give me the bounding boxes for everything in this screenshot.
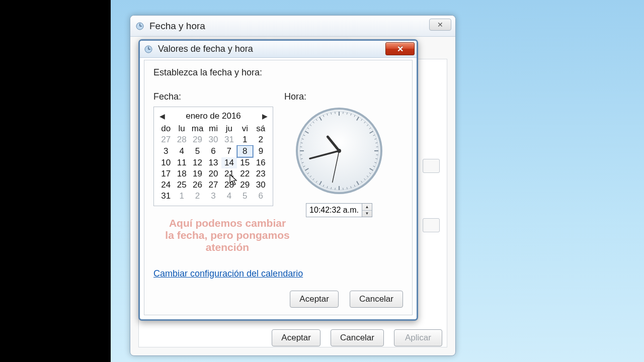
calendar-day[interactable]: 14 (221, 157, 237, 169)
time-section-label: Hora: (284, 92, 306, 102)
child-titlebar[interactable]: Valores de fecha y hora ✕ (140, 41, 417, 58)
calendar-day[interactable]: 7 (221, 146, 237, 157)
calendar-day[interactable]: 2 (253, 134, 269, 146)
calendar-weekday: do (158, 123, 174, 134)
parent-ok-button[interactable]: Aceptar (272, 329, 320, 346)
time-spinner[interactable]: ▲ ▼ (362, 203, 372, 217)
calendar-day[interactable]: 20 (205, 168, 221, 179)
calendar-day[interactable]: 29 (237, 179, 253, 191)
calendar-day[interactable]: 18 (174, 168, 189, 179)
calendar-weekday: lu (174, 123, 189, 134)
calendar-day[interactable]: 2 (190, 191, 205, 202)
calendar-day[interactable]: 16 (253, 157, 269, 169)
calendar-weekday: vi (237, 123, 253, 134)
calendar-day[interactable]: 15 (237, 157, 253, 169)
parent-title: Fecha y hora (149, 21, 205, 32)
calendar-weekday: ma (190, 123, 205, 134)
calendar-day[interactable]: 17 (158, 168, 174, 179)
spinner-down-icon[interactable]: ▼ (362, 211, 372, 217)
close-icon: ✕ (437, 21, 443, 29)
calendar-day[interactable]: 30 (253, 179, 269, 191)
parent-button-row: Aceptar Cancelar Aplicar (272, 329, 442, 346)
time-input[interactable]: 10:42:32 a.m. (306, 203, 362, 217)
calendar-grid: dolumamijuvisá 2728293031123456789101112… (158, 123, 269, 202)
calendar-day[interactable]: 5 (237, 191, 253, 202)
calendar-day[interactable]: 30 (205, 134, 221, 146)
child-body: Establezca la fecha y hora: Fecha: Hora:… (144, 60, 413, 315)
calendar-day[interactable]: 1 (237, 134, 253, 146)
calendar-day[interactable]: 10 (158, 157, 174, 169)
annotation-note: Aquí podemos cambiar la fecha, pero pong… (165, 217, 290, 253)
spinner-up-icon[interactable]: ▲ (362, 204, 372, 211)
calendar-weekday: ju (221, 123, 237, 134)
calendar-day[interactable]: 31 (158, 191, 174, 202)
calendar-day[interactable]: 3 (205, 191, 221, 202)
left-black-bar (0, 0, 111, 362)
parent-close-button[interactable]: ✕ (429, 19, 451, 31)
close-icon: ✕ (397, 44, 404, 54)
parent-apply-button: Aplicar (394, 329, 442, 346)
calendar-day[interactable]: 23 (253, 168, 269, 179)
calendar-day[interactable]: 8 (237, 146, 253, 157)
ghost-button-2 (423, 218, 440, 232)
svg-point-71 (337, 149, 341, 153)
calendar-weekday: sá (253, 123, 269, 134)
calendar-config-link[interactable]: Cambiar configuración del calendario (153, 268, 303, 279)
analog-clock (295, 107, 383, 195)
calendar-day[interactable]: 22 (237, 168, 253, 179)
window-icon (144, 45, 153, 54)
window-icon (135, 22, 144, 31)
calendar-month-label[interactable]: enero de 2016 (186, 111, 241, 121)
child-button-row: Aceptar Cancelar (290, 291, 403, 308)
calendar-day[interactable]: 4 (174, 146, 189, 157)
parent-cancel-button[interactable]: Cancelar (331, 329, 384, 346)
calendar-day[interactable]: 13 (205, 157, 221, 169)
child-close-button[interactable]: ✕ (385, 42, 415, 55)
calendar-prev-button[interactable]: ◀ (158, 112, 166, 120)
calendar-day[interactable]: 5 (190, 146, 205, 157)
calendar-day[interactable]: 19 (190, 168, 205, 179)
calendar-day[interactable]: 1 (174, 191, 189, 202)
clock-section: 10:42:32 a.m. ▲ ▼ (291, 107, 387, 217)
calendar-day[interactable]: 25 (174, 179, 189, 191)
date-time-settings-dialog: Valores de fecha y hora ✕ Establezca la … (138, 39, 418, 321)
calendar-day[interactable]: 6 (253, 191, 269, 202)
child-title: Valores de fecha y hora (158, 44, 253, 54)
calendar-weekday: mi (205, 123, 221, 134)
calendar-day[interactable]: 27 (158, 134, 174, 146)
calendar-day[interactable]: 29 (190, 134, 205, 146)
ghost-button-1 (423, 159, 440, 173)
instruction-text: Establezca la fecha y hora: (153, 67, 403, 78)
parent-titlebar[interactable]: Fecha y hora ✕ (130, 16, 455, 37)
calendar-day[interactable]: 26 (190, 179, 205, 191)
child-ok-button[interactable]: Aceptar (290, 291, 339, 308)
calendar-day[interactable]: 24 (158, 179, 174, 191)
calendar-day[interactable]: 31 (221, 134, 237, 146)
calendar-day[interactable]: 12 (190, 157, 205, 169)
date-section-label: Fecha: (153, 92, 181, 102)
calendar-day[interactable]: 27 (205, 179, 221, 191)
calendar-day[interactable]: 3 (158, 146, 174, 157)
calendar-day[interactable]: 4 (221, 191, 237, 202)
calendar-day[interactable]: 9 (253, 146, 269, 157)
calendar: ◀ enero de 2016 ▶ dolumamijuvisá 2728293… (153, 107, 273, 206)
calendar-next-button[interactable]: ▶ (261, 112, 269, 120)
calendar-day[interactable]: 28 (174, 134, 189, 146)
calendar-day[interactable]: 6 (205, 146, 221, 157)
mouse-cursor-icon (229, 174, 238, 186)
calendar-day[interactable]: 11 (174, 157, 189, 169)
child-cancel-button[interactable]: Cancelar (350, 291, 403, 308)
